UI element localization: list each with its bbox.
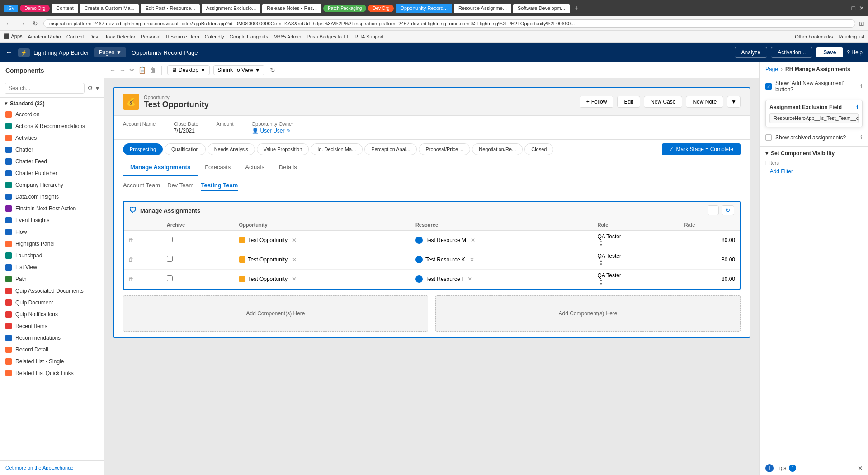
sidebar-item-launchpad[interactable]: Launchpad	[0, 250, 104, 261]
maximize-icon[interactable]: □	[852, 5, 855, 12]
sidebar-more-icon[interactable]: ▾	[96, 85, 99, 92]
new-case-button[interactable]: New Case	[644, 96, 682, 108]
sidebar-item-accordion[interactable]: Accordion	[0, 109, 104, 120]
add-component-left[interactable]: Add Component(s) Here	[123, 295, 428, 332]
sidebar-item-flow[interactable]: Flow	[0, 226, 104, 238]
sidebar-footer[interactable]: Get more on the AppExchange	[0, 460, 104, 475]
tab-software-dev[interactable]: Software Developm...	[513, 4, 570, 13]
bookmark-personal[interactable]: Personal	[141, 34, 160, 39]
cut-button[interactable]: ✂	[129, 66, 135, 74]
tab-assignment-excl[interactable]: Assignment Exclusio...	[202, 4, 261, 13]
show-archived-info-icon[interactable]: ℹ	[860, 134, 863, 141]
follow-button[interactable]: + Follow	[580, 96, 614, 108]
opp-remove-2[interactable]: ✕	[292, 256, 297, 263]
bookmark-hoax[interactable]: Hoax Detector	[104, 34, 135, 39]
sidebar-item-company-hierarchy[interactable]: Company Hierarchy	[0, 179, 104, 191]
role-spinner-3[interactable]: ▲ ▼	[599, 279, 675, 286]
reload-button[interactable]: ↻	[31, 19, 40, 28]
tips-close-button[interactable]: ✕	[858, 465, 863, 472]
tab-manage-assignments[interactable]: Manage Assignments	[123, 159, 198, 176]
mark-stage-complete-button[interactable]: ✓ Mark Stage = Complete	[662, 143, 741, 155]
bookmark-rha[interactable]: RHA Support	[354, 34, 383, 39]
bookmark-content[interactable]: Content	[66, 34, 84, 39]
bookmark-push-badges[interactable]: Push Badges to TT	[307, 34, 349, 39]
delete-row-3-button[interactable]: 🗑	[128, 276, 134, 282]
role-spinner-up-2[interactable]: ▲	[599, 259, 675, 263]
sidebar-item-chatter-feed[interactable]: Chatter Feed	[0, 156, 104, 167]
owner-edit-icon[interactable]: ✎	[287, 128, 291, 134]
more-actions-button[interactable]: ▼	[727, 96, 741, 108]
sidebar-item-related-list-quick[interactable]: Related List Quick Links	[0, 367, 104, 379]
new-tab-button[interactable]: +	[571, 4, 581, 12]
save-button[interactable]: Save	[816, 48, 843, 57]
help-label[interactable]: ? Help	[847, 49, 863, 56]
sidebar-item-path[interactable]: Path	[0, 273, 104, 285]
edit-button[interactable]: Edit	[617, 96, 640, 108]
resource-remove-3[interactable]: ✕	[467, 276, 472, 282]
add-filter-button[interactable]: + Add Filter	[765, 168, 793, 175]
sidebar-item-list-view[interactable]: List View	[0, 261, 104, 273]
show-archived-checkbox[interactable]	[765, 134, 772, 141]
opp-remove-1[interactable]: ✕	[292, 237, 297, 243]
sub-tab-dev-team[interactable]: Dev Team	[167, 180, 193, 191]
view-selector[interactable]: Shrink To View ▼	[213, 65, 264, 75]
tab-edit-post[interactable]: Edit Post • Resource...	[141, 4, 199, 13]
bookmark-resource-hero[interactable]: Resource Hero	[166, 34, 199, 39]
sidebar-item-recommendations[interactable]: Recommendations	[0, 332, 104, 344]
undo-button[interactable]: ←	[109, 66, 116, 74]
role-spinner-down-3[interactable]: ▼	[599, 282, 675, 286]
back-button[interactable]: ←	[4, 19, 14, 28]
show-add-new-checkbox[interactable]: ✓	[765, 83, 772, 90]
sidebar-item-chatter[interactable]: Chatter	[0, 144, 104, 156]
bookmark-google-hangouts[interactable]: Google Hangouts	[230, 34, 269, 39]
show-add-new-info-icon[interactable]: ℹ	[860, 83, 863, 90]
other-bookmarks[interactable]: Other bookmarks	[795, 34, 833, 39]
sidebar-item-recent-items[interactable]: Recent Items	[0, 320, 104, 332]
tab-opportunity-record[interactable]: Opportunity Record...	[396, 4, 452, 13]
stage-id-decision[interactable]: Id. Decision Ma...	[311, 143, 363, 155]
tab-actuals[interactable]: Actuals	[238, 159, 272, 176]
role-spinner-down-1[interactable]: ▼	[599, 243, 675, 247]
opp-remove-3[interactable]: ✕	[292, 276, 297, 282]
standard-section-header[interactable]: ▾ Standard (32)	[0, 98, 104, 109]
archive-checkbox-2[interactable]	[167, 256, 173, 262]
sidebar-search-input[interactable]	[5, 83, 85, 94]
sidebar-gear-icon[interactable]: ⚙	[87, 85, 93, 92]
stage-value-prop[interactable]: Value Proposition	[257, 143, 309, 155]
stage-needs-analysis[interactable]: Needs Analysis	[208, 143, 255, 155]
tab-create-custom[interactable]: Create a Custom Ma...	[80, 4, 139, 13]
sidebar-item-quip-document[interactable]: Quip Document	[0, 297, 104, 309]
resource-remove-2[interactable]: ✕	[470, 256, 474, 263]
sub-tab-testing-team[interactable]: Testing Team	[201, 180, 238, 191]
close-icon[interactable]: ✕	[859, 5, 864, 12]
new-note-button[interactable]: New Note	[686, 96, 723, 108]
stage-perception[interactable]: Perception Anal...	[364, 143, 417, 155]
sidebar-item-activities[interactable]: Activities	[0, 132, 104, 144]
bookmark-dev[interactable]: Dev	[89, 34, 98, 39]
exclusion-info-icon[interactable]: ℹ	[856, 104, 859, 110]
add-component-right[interactable]: Add Component(s) Here	[435, 295, 741, 332]
role-spinner-down-2[interactable]: ▼	[599, 263, 675, 266]
delete-row-1-button[interactable]: 🗑	[128, 237, 134, 243]
copy-button[interactable]: 📋	[138, 66, 146, 74]
tab-patch[interactable]: Patch Packaging	[323, 5, 366, 12]
tab-isv[interactable]: ISV	[4, 5, 18, 12]
sidebar-item-datacom[interactable]: Data.com Insights	[0, 191, 104, 203]
tab-details[interactable]: Details	[272, 159, 304, 176]
owner-link[interactable]: User User	[260, 128, 285, 134]
forward-button[interactable]: →	[17, 19, 27, 28]
delete-row-2-button[interactable]: 🗑	[128, 256, 134, 263]
apps-bookmark[interactable]: ⬛ Apps	[4, 33, 23, 39]
sidebar-item-record-detail[interactable]: Record Detail	[0, 344, 104, 356]
app-back-button[interactable]: ←	[5, 48, 13, 57]
sidebar-item-related-list-single[interactable]: Related List - Single	[0, 356, 104, 367]
tab-content[interactable]: Content	[52, 4, 78, 13]
delete-button[interactable]: 🗑	[150, 66, 156, 74]
archive-checkbox-1[interactable]	[167, 237, 173, 242]
role-spinner-up-1[interactable]: ▲	[599, 240, 675, 243]
set-visibility-header[interactable]: ▾ Set Component Visibility	[765, 150, 863, 157]
sidebar-item-actions[interactable]: Actions & Recommendations	[0, 120, 104, 132]
breadcrumb-page-link[interactable]: Page	[765, 66, 778, 72]
stage-negotiation[interactable]: Negotiation/Re...	[472, 143, 523, 155]
role-spinner-2[interactable]: ▲ ▼	[599, 259, 675, 266]
